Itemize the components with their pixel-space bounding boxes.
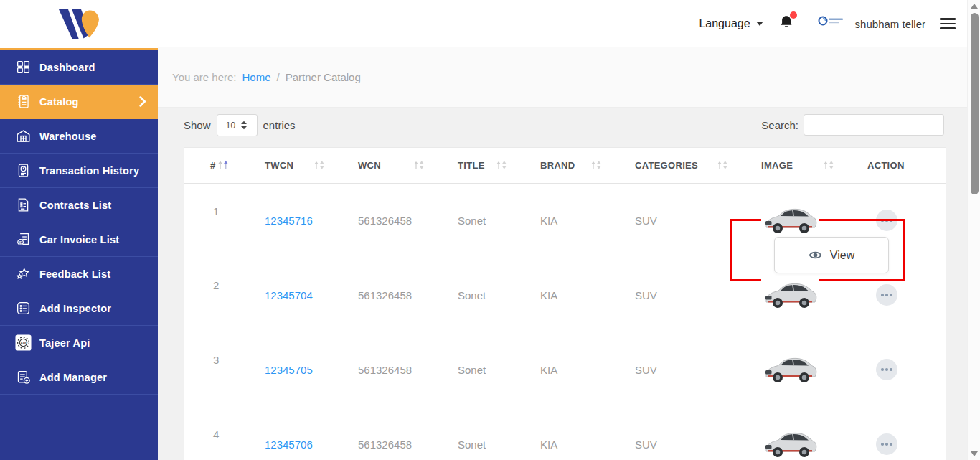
breadcrumb-home-link[interactable]: Home	[242, 71, 271, 83]
wcn-cell: 561326458	[358, 183, 458, 258]
view-menu-label: View	[830, 249, 854, 262]
table-header-row: # TWCN WCN	[184, 148, 946, 183]
language-dropdown[interactable]: Language	[699, 17, 763, 30]
sidebar-item-add-manager[interactable]: Add Manager	[0, 360, 158, 395]
sidebar-item-label: Transaction History	[39, 165, 139, 177]
search-input[interactable]	[804, 114, 944, 136]
sidebar-item-warehouse[interactable]: Warehouse	[0, 119, 158, 154]
categories-cell: SUV	[635, 183, 761, 258]
car-image	[761, 202, 819, 239]
row-actions-button[interactable]	[876, 210, 897, 231]
company-logo-icon	[818, 14, 845, 30]
sort-icon	[717, 160, 728, 171]
sidebar-item-contracts-list[interactable]: Contracts List	[0, 188, 158, 222]
search-label: Search:	[761, 119, 798, 131]
chevron-down-icon	[756, 22, 763, 26]
scrollbar-thumb[interactable]	[971, 13, 979, 194]
company-logo[interactable]	[818, 14, 845, 33]
column-header-wcn[interactable]: WCN	[358, 148, 458, 183]
column-header-title[interactable]: TITLE	[458, 148, 540, 183]
sidebar-item-label: Feedback List	[39, 268, 110, 280]
chevron-right-icon	[139, 96, 146, 107]
table-row: 3 12345705 561326458 Sonet KIA SUV	[184, 332, 946, 407]
car-invoice-icon: $	[14, 231, 32, 248]
catalog-icon	[14, 93, 32, 111]
sidebar-item-tajeer-api[interactable]: API Tajeer Api	[0, 326, 158, 360]
column-header-categories[interactable]: CATEGORIES	[635, 148, 761, 183]
sidebar-item-car-invoice-list[interactable]: $ Car Invoice List	[0, 222, 158, 257]
title-cell: Sonet	[458, 407, 540, 460]
entries-select[interactable]: 10	[217, 114, 258, 136]
feedback-icon	[14, 266, 32, 283]
sidebar-item-add-inspector[interactable]: Add Inspector	[0, 291, 158, 326]
eye-icon	[809, 248, 822, 262]
car-image	[761, 276, 819, 314]
scroll-up-arrow-icon[interactable]	[971, 4, 978, 9]
catalog-table-card: # TWCN WCN	[184, 147, 946, 460]
sidebar-item-label: Dashboard	[39, 62, 95, 73]
title-cell: Sonet	[458, 183, 540, 258]
column-header-image[interactable]: IMAGE	[761, 148, 867, 183]
row-index: 1	[184, 183, 265, 258]
user-name[interactable]: shubham teller	[855, 18, 925, 30]
categories-cell: SUV	[635, 258, 761, 332]
notifications-button[interactable]	[778, 14, 795, 34]
svg-text:$: $	[19, 240, 22, 245]
tajeer-api-icon: API	[14, 334, 32, 352]
breadcrumb-current: Partner Catalog	[286, 71, 361, 83]
sidebar-item-dashboard[interactable]: Dashboard	[0, 50, 158, 85]
twcn-link[interactable]: 12345706	[265, 438, 313, 451]
dashboard-icon	[14, 59, 32, 76]
app-logo[interactable]	[0, 0, 158, 50]
wcn-cell: 561326458	[358, 332, 458, 407]
hamburger-icon	[940, 18, 956, 20]
row-actions-button[interactable]	[876, 359, 897, 380]
row-actions-button[interactable]	[876, 284, 897, 306]
car-image	[761, 426, 819, 460]
column-header-action: ACTION	[867, 148, 946, 183]
vertical-scrollbar[interactable]	[967, 0, 980, 460]
car-image	[761, 351, 819, 388]
sort-asc-icon	[217, 159, 229, 170]
categories-cell: SUV	[635, 332, 761, 407]
brand-cell: KIA	[540, 258, 635, 332]
sidebar-item-label: Contracts List	[39, 200, 111, 211]
sidebar-item-catalog[interactable]: Catalog	[0, 85, 158, 119]
warehouse-icon	[14, 128, 32, 145]
wcn-cell: 561326458	[358, 258, 458, 332]
column-header-index[interactable]: #	[184, 148, 265, 183]
entries-control: Show 10 entries	[184, 114, 296, 136]
breadcrumb-separator: /	[277, 71, 280, 83]
add-inspector-icon	[14, 300, 32, 317]
view-menu-item[interactable]: View	[774, 237, 889, 273]
sidebar-item-label: Car Invoice List	[39, 234, 119, 245]
sort-icon	[823, 160, 834, 171]
column-header-brand[interactable]: BRAND	[540, 148, 635, 183]
brand-cell: KIA	[540, 407, 635, 460]
transaction-history-icon	[14, 162, 32, 179]
sidebar-item-feedback-list[interactable]: Feedback List	[0, 257, 158, 291]
row-actions-button[interactable]	[876, 433, 897, 455]
sort-icon	[314, 160, 325, 171]
scroll-down-arrow-icon[interactable]	[971, 451, 978, 456]
breadcrumb: You are here: Home / Partner Catalog	[158, 47, 967, 108]
sidebar-item-transaction-history[interactable]: Transaction History	[0, 154, 158, 188]
title-cell: Sonet	[458, 258, 540, 332]
twcn-link[interactable]: 12345704	[265, 289, 313, 301]
notification-badge	[790, 11, 797, 19]
sidebar-item-label: Warehouse	[39, 131, 96, 142]
menu-toggle-button[interactable]	[940, 15, 956, 32]
sidebar-item-label: Add Manager	[39, 372, 107, 383]
partner-catalog-page: Dashboard Catalog	[0, 0, 980, 460]
contracts-list-icon	[14, 197, 32, 214]
column-header-twcn[interactable]: TWCN	[265, 148, 358, 183]
entries-suffix: entries	[263, 119, 296, 131]
twcn-link[interactable]: 12345705	[265, 364, 313, 376]
svg-text:API: API	[20, 341, 27, 345]
table-row: 4 12345706 561326458 Sonet KIA SUV	[184, 407, 946, 460]
twcn-link[interactable]: 12345716	[265, 215, 313, 227]
row-index: 3	[184, 332, 265, 407]
categories-cell: SUV	[635, 407, 761, 460]
sidebar-item-label: Catalog	[39, 96, 79, 108]
sort-icon	[413, 160, 425, 171]
